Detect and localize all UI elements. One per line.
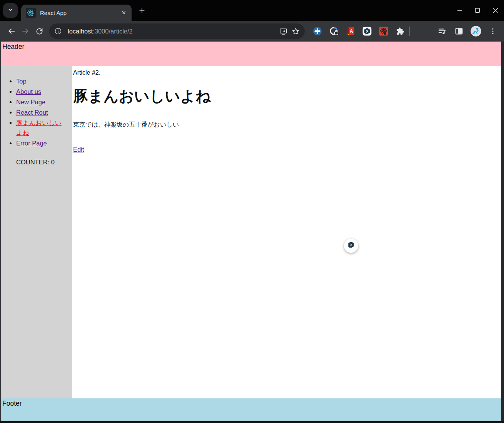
side-panel-icon[interactable] — [452, 25, 466, 38]
app-footer: Footer — [1, 398, 501, 421]
nav-link-butaman-active[interactable]: 豚まんおいしいよね — [16, 119, 62, 136]
toolbar-separator — [409, 27, 410, 36]
maximize-button[interactable] — [469, 0, 486, 21]
media-controls-icon[interactable] — [436, 25, 449, 38]
forward-button[interactable] — [18, 24, 32, 38]
nav-link-top[interactable]: Top — [16, 78, 27, 85]
install-app-icon[interactable] — [277, 25, 289, 37]
url-host: localhost — [68, 28, 93, 35]
hexagon-chat-icon — [347, 241, 355, 251]
nav-list: Top About us New Page React Rout 豚まんおいしい… — [1, 76, 72, 148]
nav-link-new-page[interactable]: New Page — [16, 99, 45, 105]
tab-close-icon[interactable] — [119, 8, 129, 17]
ext-focus-timer-icon[interactable] — [327, 25, 340, 38]
nav-item-new-page: New Page — [16, 97, 62, 107]
browser-menu-icon[interactable] — [486, 25, 499, 38]
extensions-puzzle-icon[interactable] — [394, 25, 407, 38]
article-number: Article #2. — [73, 69, 501, 77]
window-bottom-edge — [0, 421, 504, 423]
reload-button[interactable] — [32, 24, 46, 38]
nav-item-about: About us — [16, 87, 62, 97]
url-text[interactable]: localhost:3000/article/2 — [68, 28, 277, 35]
minimize-button[interactable] — [451, 0, 469, 21]
react-favicon-icon — [26, 8, 36, 18]
tab-search-button[interactable] — [3, 3, 18, 18]
nav-link-error-page[interactable]: Error Page — [16, 140, 47, 147]
browser-window: React App — [0, 0, 504, 423]
close-window-button[interactable] — [486, 0, 504, 21]
ext-hex-chat-icon[interactable] — [360, 25, 374, 38]
new-tab-button[interactable] — [135, 4, 149, 17]
page-viewport: Header Top About us New Page React Rout … — [0, 42, 504, 421]
ext-dictionary-icon[interactable]: A — [344, 25, 357, 38]
article-body-text: 東京では、神楽坂の五十番がおいしい — [73, 120, 501, 129]
titlebar: React App — [0, 0, 504, 21]
ext-blue-plus-icon[interactable] — [311, 25, 324, 38]
browser-tab[interactable]: React App — [21, 5, 132, 21]
counter-label: COUNTER: 0 — [16, 159, 72, 166]
svg-text:A: A — [349, 28, 353, 34]
nav-item-butaman: 豚まんおいしいよね — [16, 118, 62, 138]
app-body: Top About us New Page React Rout 豚まんおいしい… — [1, 66, 501, 398]
nav-item-react-rout: React Rout — [16, 107, 62, 117]
extensions-area: A — [311, 25, 407, 38]
header-text: Header — [2, 43, 24, 50]
article-title: 豚まんおいしいよね — [73, 89, 501, 104]
chevron-down-icon — [7, 6, 14, 15]
url-path: :3000/article/2 — [93, 28, 133, 35]
tab-title: React App — [40, 10, 119, 16]
footer-text: Footer — [2, 400, 22, 407]
browser-toolbar: localhost:3000/article/2 A — [0, 21, 504, 42]
app-header: Header — [1, 42, 501, 66]
nav-item-top: Top — [16, 76, 62, 86]
back-button[interactable] — [5, 24, 18, 38]
floating-extension-button[interactable] — [344, 239, 358, 253]
toolbar-right-group — [436, 25, 499, 38]
site-info-icon[interactable] — [52, 25, 64, 37]
nav-link-about[interactable]: About us — [16, 88, 41, 95]
sidebar: Top About us New Page React Rout 豚まんおいしい… — [1, 66, 72, 398]
profile-avatar[interactable] — [469, 25, 482, 38]
window-controls — [451, 0, 504, 21]
address-bar[interactable]: localhost:3000/article/2 — [49, 23, 305, 39]
main-content: Article #2. 豚まんおいしいよね 東京では、神楽坂の五十番がおいしい … — [72, 66, 501, 398]
nav-item-error-page: Error Page — [16, 138, 62, 148]
nav-link-react-rout[interactable]: React Rout — [16, 109, 48, 116]
edit-link[interactable]: Edit — [73, 146, 84, 153]
bookmark-star-icon[interactable] — [289, 25, 302, 37]
ext-react-devtools-icon[interactable] — [377, 25, 390, 38]
